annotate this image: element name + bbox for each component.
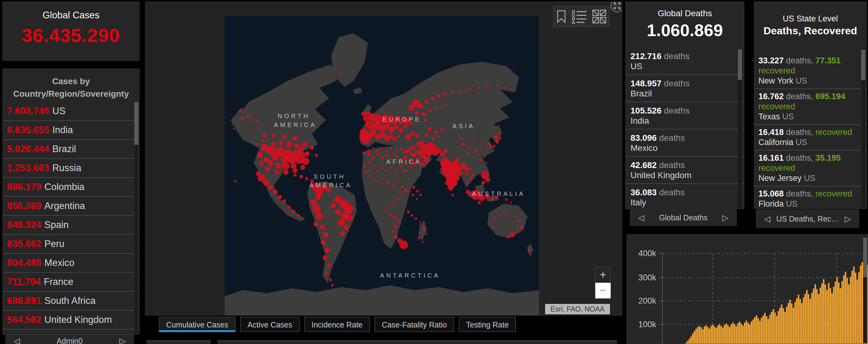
chart-bar[interactable] [766, 316, 767, 344]
us-state-row[interactable]: 33.227 deaths, 77.351 recoveredNew York … [754, 53, 866, 89]
deaths-scrollbar-thumb[interactable] [738, 49, 742, 80]
us-state-row[interactable]: 16.161 deaths, 35.195 recoveredNew Jerse… [754, 151, 866, 186]
chart-bar[interactable] [741, 324, 742, 344]
chart-bar[interactable] [806, 290, 808, 344]
chart-bar[interactable] [825, 284, 826, 344]
chart-bar[interactable] [729, 327, 731, 344]
chart-bar[interactable] [710, 326, 712, 344]
chart-bar[interactable] [712, 325, 714, 344]
chart-bar[interactable] [695, 329, 697, 344]
chart-bar[interactable] [746, 321, 747, 344]
chart-bar[interactable] [707, 327, 709, 344]
chart-bar[interactable] [823, 279, 825, 344]
chart-bar[interactable] [764, 313, 766, 344]
chart-bar[interactable] [768, 319, 769, 344]
cases-row[interactable]: 804.488Mexico [3, 254, 139, 273]
chart-bar[interactable] [781, 305, 783, 344]
next-arrow-icon[interactable]: ▷ [119, 336, 125, 344]
cases-row[interactable]: 6.835.655India [3, 121, 139, 140]
chart-bar[interactable] [769, 315, 771, 344]
chart-bar[interactable] [704, 326, 705, 344]
chart-bar[interactable] [857, 280, 858, 344]
chart-bar[interactable] [749, 325, 750, 344]
chart-bar[interactable] [836, 277, 838, 344]
chart-bar[interactable] [736, 326, 737, 344]
bookmark-icon[interactable] [556, 10, 566, 23]
chart-bar[interactable] [813, 289, 814, 344]
deaths-row[interactable]: 212.716 deathsUS [626, 48, 744, 75]
chart-bar[interactable] [800, 299, 801, 344]
chart-bar[interactable] [733, 322, 734, 344]
chart-bar[interactable] [778, 311, 779, 344]
chart-bar[interactable] [795, 302, 796, 344]
chart-bar[interactable] [763, 316, 764, 344]
chart-bar[interactable] [744, 322, 746, 344]
chart-bar[interactable] [796, 299, 798, 344]
us-state-row[interactable]: 16.762 deaths, 695.194 recoveredTexas US [754, 89, 866, 125]
chart-bar[interactable] [853, 267, 855, 344]
chart-bar[interactable] [714, 326, 715, 344]
chart-bar[interactable] [862, 262, 863, 344]
chart-bar[interactable] [830, 288, 831, 344]
zoom-out-button[interactable]: − [595, 283, 611, 299]
next-arrow-icon[interactable]: ▷ [845, 214, 851, 224]
chart-bar[interactable] [840, 288, 841, 344]
cases-row[interactable]: 1.253.603Russia [3, 159, 139, 178]
chart-bar[interactable] [838, 282, 840, 344]
chart-bar[interactable] [843, 276, 845, 344]
chart-bar[interactable] [798, 295, 800, 344]
chart-bar[interactable] [754, 317, 756, 344]
chart-bar[interactable] [773, 309, 774, 344]
us-scrollbar-thumb[interactable] [861, 50, 865, 80]
chart-bar[interactable] [851, 271, 853, 344]
chart-bar[interactable] [692, 334, 693, 344]
chart-scrollbar-thumb[interactable] [863, 238, 867, 277]
cases-row[interactable]: 835.662Peru [3, 235, 139, 254]
cases-row[interactable]: 711.704France [3, 273, 139, 292]
chart-bar[interactable] [716, 328, 717, 344]
chart-bar[interactable] [734, 324, 736, 344]
chart-bar[interactable] [690, 337, 692, 344]
chart-bar[interactable] [709, 329, 710, 344]
cases-row[interactable]: 488.236Iran [3, 330, 139, 335]
chart-bar[interactable] [810, 299, 811, 344]
chart-bar[interactable] [747, 322, 749, 344]
chart-bar[interactable] [774, 312, 776, 344]
chart-bar[interactable] [687, 341, 688, 344]
cases-row[interactable]: 886.179Colombia [3, 178, 139, 197]
cases-row[interactable]: 686.891South Africa [3, 292, 139, 311]
chart-bar[interactable] [831, 293, 833, 344]
chart-bar[interactable] [722, 328, 724, 344]
chart-bar[interactable] [826, 290, 828, 344]
cases-row[interactable]: 564.502United Kingdom [3, 311, 139, 330]
chart-scrollbar[interactable] [863, 236, 867, 343]
prev-arrow-icon[interactable]: ◁ [638, 213, 644, 222]
deaths-row[interactable]: 83.096 deathsMexico [626, 129, 744, 157]
prev-arrow-icon[interactable]: ◁ [764, 214, 770, 224]
chart-bar[interactable] [784, 312, 786, 344]
chart-bar[interactable] [845, 272, 846, 344]
layer-list-icon[interactable] [572, 9, 587, 24]
chart-bar[interactable] [855, 273, 856, 344]
chart-bar[interactable] [720, 326, 722, 344]
chart-bar[interactable] [742, 325, 744, 344]
daily-cases-bar-chart[interactable]: 400k300k200k100k [627, 234, 868, 344]
chart-bar[interactable] [693, 331, 695, 344]
chart-bar[interactable] [759, 321, 761, 344]
chart-bar[interactable] [833, 287, 835, 344]
chart-bar[interactable] [819, 288, 821, 344]
cases-scrollbar-thumb[interactable] [134, 102, 138, 145]
chart-bar[interactable] [786, 307, 787, 344]
deaths-row[interactable]: 105.526 deathsIndia [626, 102, 744, 129]
chart-bar[interactable] [808, 294, 809, 344]
cases-row[interactable]: 7.603.746US [3, 102, 139, 121]
tab-cumulative-cases[interactable]: Cumulative Cases [159, 317, 236, 332]
zoom-in-button[interactable]: + [595, 267, 611, 283]
chart-bar[interactable] [756, 315, 757, 344]
chart-bar[interactable] [791, 304, 793, 344]
chart-bar[interactable] [841, 281, 843, 344]
deaths-scrollbar[interactable] [738, 48, 742, 209]
deaths-row[interactable]: 36.083 deathsItaly [626, 184, 744, 209]
us-state-row[interactable]: 16.418 deaths, recoveredCalifornia US [754, 125, 866, 151]
chart-bar[interactable] [816, 289, 818, 344]
